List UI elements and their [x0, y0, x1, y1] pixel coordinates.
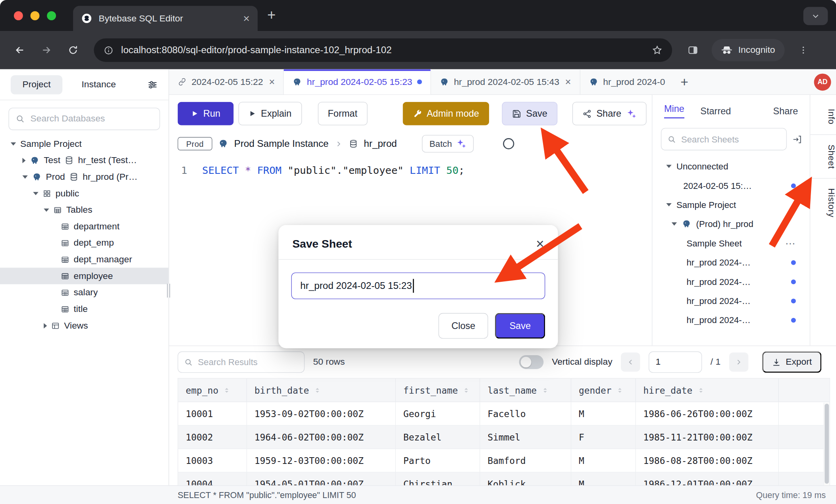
reload-button[interactable]: [62, 39, 84, 61]
caret-right-icon[interactable]: [44, 323, 47, 328]
new-sheet-tab-button[interactable]: +: [674, 74, 695, 90]
tree-item-tables-group[interactable]: Tables: [0, 202, 169, 218]
tab-mine[interactable]: Mine: [664, 104, 684, 119]
caret-right-icon[interactable]: [22, 158, 25, 163]
batch-mode-button[interactable]: Batch: [422, 135, 474, 152]
sheet-item[interactable]: hr_prod 2024-…: [652, 291, 809, 310]
side-panel-button[interactable]: [682, 39, 704, 61]
tab-instance[interactable]: Instance: [81, 79, 116, 90]
column-header[interactable]: emp_no: [178, 379, 247, 402]
assistant-ring-icon[interactable]: [503, 138, 514, 149]
table-row[interactable]: 10004 1954-05-01T00:00:00Z Chirstian Kob…: [178, 473, 830, 485]
back-button[interactable]: [9, 39, 31, 61]
tab-share[interactable]: Share: [773, 105, 798, 116]
sort-icon[interactable]: [697, 387, 705, 394]
editor-tab-active[interactable]: hr_prod 2024-02-05 15:23: [284, 69, 431, 94]
sort-icon[interactable]: [616, 387, 624, 394]
editor-tab[interactable]: hr_prod 2024-0: [580, 69, 674, 94]
browser-menu-button[interactable]: [792, 39, 814, 61]
caret-down-icon[interactable]: [666, 203, 671, 206]
tree-item-table-selected[interactable]: employee: [0, 268, 169, 285]
sheet-item[interactable]: hr_prod 2024-…: [652, 272, 809, 291]
sheet-search-input[interactable]: [681, 134, 780, 144]
tab-starred[interactable]: Starred: [700, 105, 731, 116]
browser-tab[interactable]: Bytebase SQL Editor ×: [73, 6, 258, 31]
tab-history[interactable]: History: [810, 179, 836, 227]
tree-item-table[interactable]: salary: [0, 284, 169, 301]
caret-down-icon[interactable]: [44, 208, 49, 212]
tab-info[interactable]: Info: [810, 99, 836, 134]
sheet-name-input[interactable]: hr_prod 2024-02-05 15:23: [291, 273, 545, 299]
sheet-item[interactable]: hr_prod 2024-…: [652, 310, 809, 329]
filter-settings-icon[interactable]: [147, 79, 158, 90]
sheet-item[interactable]: hr_prod 2024-…: [652, 253, 809, 272]
sort-icon[interactable]: [463, 387, 470, 394]
sheet-item[interactable]: 2024-02-05 15:…: [652, 176, 809, 195]
scrollbar-thumb[interactable]: [824, 404, 829, 484]
tree-item-table[interactable]: dept_manager: [0, 251, 169, 268]
editor-tab[interactable]: 2024-02-05 15:22 ×: [169, 69, 284, 94]
table-scrollbar[interactable]: [824, 403, 830, 485]
sort-icon[interactable]: [314, 387, 322, 394]
new-browser-tab-button[interactable]: +: [267, 7, 275, 23]
column-header[interactable]: last_name: [480, 379, 571, 402]
tree-item-views-group[interactable]: Views: [0, 317, 169, 334]
minimize-window-button[interactable]: [31, 11, 40, 20]
dialog-save-button[interactable]: Save: [495, 313, 545, 339]
column-header[interactable]: birth_date: [247, 379, 396, 402]
share-button[interactable]: Share: [572, 102, 646, 125]
forward-button[interactable]: [35, 39, 58, 61]
editor-tab[interactable]: hr_prod 2024-02-05 15:43 ×: [431, 69, 580, 94]
tree-item-table[interactable]: dept_emp: [0, 235, 169, 251]
table-row[interactable]: 10003 1959-12-03T00:00:00Z Parto Bamford…: [178, 449, 830, 472]
vertical-display-toggle[interactable]: [519, 355, 543, 369]
admin-mode-button[interactable]: Admin mode: [403, 102, 489, 125]
run-button[interactable]: Run: [177, 102, 233, 125]
table-row[interactable]: 10001 1953-09-02T00:00:00Z Georgi Facell…: [178, 402, 830, 425]
explain-button[interactable]: Explain: [239, 102, 302, 125]
results-search-input[interactable]: [198, 357, 299, 367]
column-header[interactable]: first_name: [396, 379, 480, 402]
sheet-item[interactable]: Sample Sheet ⋯: [652, 234, 809, 253]
page-number-input[interactable]: [649, 352, 702, 373]
address-bar[interactable]: localhost:8080/sql-editor/prod-sample-in…: [94, 38, 672, 62]
tab-project[interactable]: Project: [11, 75, 62, 94]
dialog-close-button[interactable]: Close: [439, 313, 488, 339]
sort-icon[interactable]: [223, 387, 231, 394]
caret-down-icon[interactable]: [666, 165, 671, 168]
column-header[interactable]: hire_date: [636, 379, 779, 402]
sheet-group-unconnected[interactable]: Unconnected: [652, 157, 809, 176]
instance-name[interactable]: Prod Sample Instance: [234, 138, 329, 149]
close-tab-icon[interactable]: ×: [269, 76, 275, 88]
next-page-button[interactable]: [729, 352, 748, 371]
tree-item-table[interactable]: department: [0, 218, 169, 235]
bookmark-star-icon[interactable]: [652, 45, 663, 56]
tree-item-schema-public[interactable]: public: [0, 185, 169, 202]
tab-search-button[interactable]: [803, 7, 828, 25]
caret-down-icon[interactable]: [22, 175, 27, 178]
database-name[interactable]: hr_prod: [364, 138, 397, 149]
user-avatar[interactable]: AD: [814, 73, 831, 90]
environment-chip[interactable]: Prod: [177, 137, 212, 150]
collapse-panel-icon[interactable]: [792, 134, 802, 144]
tree-item-table[interactable]: title: [0, 301, 169, 317]
close-icon[interactable]: ×: [536, 237, 544, 251]
caret-down-icon[interactable]: [672, 222, 677, 225]
caret-down-icon[interactable]: [11, 142, 16, 145]
sheet-group-project[interactable]: Sample Project: [652, 195, 809, 214]
export-button[interactable]: Export: [762, 352, 821, 373]
save-button[interactable]: Save: [502, 102, 558, 125]
sidebar-resize-handle[interactable]: [167, 284, 170, 298]
more-options-icon[interactable]: ⋯: [785, 237, 796, 249]
prev-page-button[interactable]: [621, 352, 640, 371]
table-row[interactable]: 10002 1964-06-02T00:00:00Z Bezalel Simme…: [178, 425, 830, 449]
sheet-group-database[interactable]: (Prod) hr_prod: [652, 214, 809, 233]
tab-sheet[interactable]: Sheet: [810, 134, 836, 179]
caret-down-icon[interactable]: [33, 192, 38, 195]
sort-icon[interactable]: [541, 387, 549, 394]
tree-item-project[interactable]: Sample Project: [0, 135, 169, 152]
close-tab-icon[interactable]: ×: [243, 13, 249, 24]
format-button[interactable]: Format: [318, 102, 368, 125]
column-header[interactable]: gender: [571, 379, 636, 402]
database-search-input[interactable]: [31, 113, 153, 124]
